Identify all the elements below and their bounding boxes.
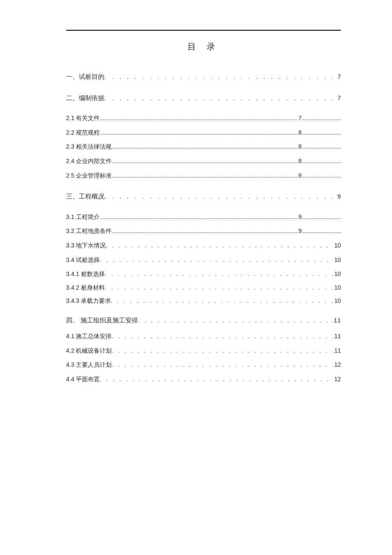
toc-leader: ........................................… xyxy=(112,158,297,165)
toc-leader: ........................................… xyxy=(100,214,297,221)
toc-leader: ........................................… xyxy=(112,173,297,180)
toc-leader: . . . . . . . . . . . . . . . . . . . . … xyxy=(100,376,333,383)
toc-label: 2.1 有关文件 xyxy=(66,114,100,123)
toc-leader: . . . . . . . . . . . . . . . . . . . . … xyxy=(111,297,333,305)
toc-label: 3.4 试桩选择 xyxy=(66,256,100,265)
toc-leader: . . . . . . . . . . . . . . . . . . . . … xyxy=(112,361,333,369)
toc-page: 8 xyxy=(297,129,302,137)
toc-page: 7 xyxy=(337,93,341,102)
toc-item-4-4: 4.4 平面布置 . . . . . . . . . . . . . . . .… xyxy=(66,375,341,384)
toc-item-4-2: 4.2 机械设备计划 . . . . . . . . . . . . . . .… xyxy=(66,347,341,355)
toc-label: 2.2 规范规程 xyxy=(66,129,100,137)
toc-page: 10 xyxy=(333,242,341,250)
toc-leader-tail: ........................................… xyxy=(302,173,341,180)
toc-item-4-1: 4.1 施工总体安排 . . . . . . . . . . . . . . .… xyxy=(66,332,341,341)
toc-page: 10 xyxy=(333,297,341,305)
toc-page: 8 xyxy=(297,143,302,151)
toc-page: 12 xyxy=(333,361,341,369)
toc-leader: ........................................… xyxy=(112,228,297,235)
toc-leader: . . . . . . . . . . . . . . . . . . . . … xyxy=(104,73,337,81)
toc-leader: . . . . . . . . . . . . . . . . . . . . … xyxy=(106,242,333,250)
toc-leader-tail: ........................................… xyxy=(302,115,341,122)
toc-item-3-4-1: 3.4.1 桩数选择 . . . . . . . . . . . . . . .… xyxy=(66,270,341,279)
toc-leader-tail: ........................................… xyxy=(302,144,341,151)
toc-item-3-3: 3.3 地下水情况 . . . . . . . . . . . . . . . … xyxy=(66,242,341,250)
toc-page: 10 xyxy=(333,284,341,292)
toc-page: 11 xyxy=(333,347,341,355)
toc-page: 7 xyxy=(337,72,341,81)
toc-item-3-1: 3.1 工程简介 ...............................… xyxy=(66,213,341,221)
toc-leader-tail: ........................................… xyxy=(302,214,341,221)
toc-leader-tail: ........................................… xyxy=(302,129,341,137)
toc-label: 二、编制依据 xyxy=(66,93,104,102)
toc-item-3-2: 3.2 工程地质条件 .............................… xyxy=(66,227,341,236)
toc-subgroup-3-4: 3.4.1 桩数选择 . . . . . . . . . . . . . . .… xyxy=(66,270,341,305)
toc-leader-tail: ........................................… xyxy=(302,158,341,165)
toc-label: 3.4.3 承载力要求 xyxy=(66,297,111,305)
toc-section-1: 一、试桩目的 . . . . . . . . . . . . . . . . .… xyxy=(66,72,341,81)
toc-page: 11 xyxy=(334,316,341,325)
toc-item-2-4: 2.4 企业内部文件 .............................… xyxy=(66,157,341,166)
toc-section-2: 二、编制依据 . . . . . . . . . . . . . . . . .… xyxy=(66,93,341,103)
toc-label: 2.4 企业内部文件 xyxy=(66,157,112,166)
toc-label: 一、试桩目的 xyxy=(66,72,104,81)
toc-item-3-4: 3.4 试桩选择 . . . . . . . . . . . . . . . .… xyxy=(66,256,341,265)
toc-item-3-4-3: 3.4.3 承载力要求 . . . . . . . . . . . . . . … xyxy=(66,297,341,305)
toc-item-4-3: 4.3 主要人员计划 . . . . . . . . . . . . . . .… xyxy=(66,361,341,369)
toc-leader-tail: ........................................… xyxy=(302,228,341,235)
toc-leader: ........................................… xyxy=(112,144,297,151)
header-rule xyxy=(66,30,341,31)
toc-page: 7 xyxy=(297,114,302,123)
toc-label: 3.1 工程简介 xyxy=(66,213,100,221)
toc-page: 9 xyxy=(297,227,302,236)
toc-label: 4.2 机械设备计划 xyxy=(66,347,112,355)
toc-leader: . . . . . . . . . . . . . . . . . . . . … xyxy=(105,270,333,278)
toc-label: 4.4 平面布置 xyxy=(66,375,100,384)
toc-leader: . . . . . . . . . . . . . . . . . . . . … xyxy=(105,284,333,292)
toc-page: 11 xyxy=(333,332,341,341)
toc-item-3-4-2: 3.4.2 桩身材料 . . . . . . . . . . . . . . .… xyxy=(66,284,341,292)
toc-label: 3.4.1 桩数选择 xyxy=(66,270,105,279)
toc-label: 3.2 工程地质条件 xyxy=(66,227,112,236)
toc-leader: . . . . . . . . . . . . . . . . . . . . … xyxy=(112,347,333,355)
table-of-contents: 一、试桩目的 . . . . . . . . . . . . . . . . .… xyxy=(66,72,341,383)
toc-item-2-2: 2.2 规范规程 ...............................… xyxy=(66,129,341,137)
document-page: 目 录 一、试桩目的 . . . . . . . . . . . . . . .… xyxy=(0,0,392,555)
toc-item-2-5: 2.5 企业管理标准 .............................… xyxy=(66,172,341,180)
toc-leader: . . . . . . . . . . . . . . . . . . . . … xyxy=(112,333,333,340)
toc-label: 4.1 施工总体安排 xyxy=(66,332,112,341)
toc-label: 3.3 地下水情况 xyxy=(66,242,106,250)
toc-leader: . . . . . . . . . . . . . . . . . . . . … xyxy=(104,94,337,103)
toc-leader: ........................................… xyxy=(100,129,297,137)
toc-leader: ........................................… xyxy=(100,115,297,122)
toc-section-4: 四、 施工组织及施工安排 . . . . . . . . . . . . . .… xyxy=(66,316,341,325)
toc-item-2-3: 2.3 相关法律法规 .............................… xyxy=(66,143,341,151)
toc-label: 三、工程概况 xyxy=(66,192,104,201)
toc-page: 8 xyxy=(297,157,302,166)
toc-leader: . . . . . . . . . . . . . . . . . . . . … xyxy=(104,193,337,201)
toc-label: 2.3 相关法律法规 xyxy=(66,143,112,151)
toc-label: 4.3 主要人员计划 xyxy=(66,361,112,369)
toc-page: 10 xyxy=(333,256,341,265)
toc-page: 9 xyxy=(297,172,302,180)
toc-page: 10 xyxy=(333,270,341,279)
toc-leader: . . . . . . . . . . . . . . . . . . . . … xyxy=(100,256,333,264)
toc-section-3: 三、工程概况 . . . . . . . . . . . . . . . . .… xyxy=(66,192,341,201)
toc-label: 2.5 企业管理标准 xyxy=(66,172,112,180)
toc-page: 9 xyxy=(297,213,302,221)
toc-leader: . . . . . . . . . . . . . . . . . . . . … xyxy=(138,317,334,325)
toc-page: 12 xyxy=(333,375,341,384)
toc-label: 3.4.2 桩身材料 xyxy=(66,284,105,292)
toc-item-2-1: 2.1 有关文件 ...............................… xyxy=(66,114,341,123)
toc-title: 目 录 xyxy=(66,41,341,52)
toc-label: 四、 施工组织及施工安排 xyxy=(66,316,138,325)
toc-page: 9 xyxy=(337,192,341,201)
